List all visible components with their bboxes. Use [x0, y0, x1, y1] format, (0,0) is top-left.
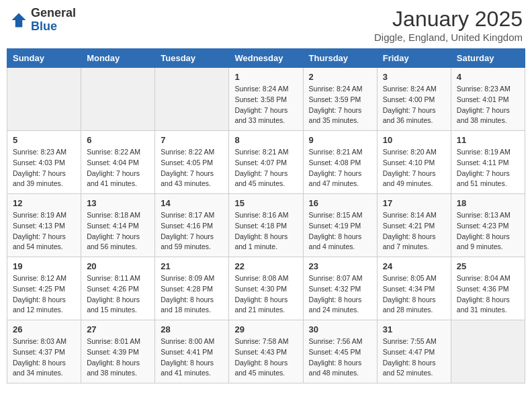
day-number: 30: [309, 324, 371, 334]
day-number: 21: [161, 261, 223, 271]
week-row-5: 26Sunrise: 8:03 AM Sunset: 4:37 PM Dayli…: [7, 320, 525, 383]
day-info: Sunrise: 8:12 AM Sunset: 4:25 PM Dayligh…: [13, 273, 75, 316]
calendar-cell: 29Sunrise: 7:58 AM Sunset: 4:43 PM Dayli…: [229, 320, 303, 383]
day-info: Sunrise: 8:01 AM Sunset: 4:39 PM Dayligh…: [87, 336, 149, 379]
day-number: 6: [87, 135, 149, 145]
day-info: Sunrise: 8:24 AM Sunset: 4:00 PM Dayligh…: [383, 84, 445, 126]
day-number: 3: [383, 72, 445, 82]
day-number: 23: [309, 261, 371, 271]
day-number: 29: [234, 324, 297, 334]
calendar-cell: 23Sunrise: 8:07 AM Sunset: 4:32 PM Dayli…: [303, 257, 377, 320]
calendar-cell: [451, 320, 525, 383]
day-info: Sunrise: 8:22 AM Sunset: 4:04 PM Dayligh…: [87, 147, 149, 189]
weekday-header-wednesday: Wednesday: [229, 49, 303, 68]
day-info: Sunrise: 8:21 AM Sunset: 4:07 PM Dayligh…: [234, 147, 297, 189]
calendar-cell: [155, 68, 229, 131]
calendar-cell: 14Sunrise: 8:17 AM Sunset: 4:16 PM Dayli…: [155, 194, 229, 257]
calendar-cell: 28Sunrise: 8:00 AM Sunset: 4:41 PM Dayli…: [155, 320, 229, 383]
calendar-cell: 26Sunrise: 8:03 AM Sunset: 4:37 PM Dayli…: [7, 320, 81, 383]
calendar-cell: 31Sunrise: 7:55 AM Sunset: 4:47 PM Dayli…: [377, 320, 451, 383]
day-number: 16: [309, 198, 371, 208]
title-block: January 2025 Diggle, England, United Kin…: [374, 7, 523, 43]
logo-blue: Blue: [31, 19, 57, 33]
day-info: Sunrise: 8:24 AM Sunset: 3:59 PM Dayligh…: [309, 84, 371, 126]
location: Diggle, England, United Kingdom: [374, 32, 523, 43]
day-number: 2: [309, 72, 371, 82]
day-number: 15: [234, 198, 297, 208]
calendar-cell: 4Sunrise: 8:23 AM Sunset: 4:01 PM Daylig…: [451, 68, 525, 131]
day-info: Sunrise: 8:03 AM Sunset: 4:37 PM Dayligh…: [13, 336, 75, 379]
weekday-header-sunday: Sunday: [7, 49, 81, 68]
day-info: Sunrise: 8:00 AM Sunset: 4:41 PM Dayligh…: [161, 336, 223, 379]
svg-marker-0: [12, 13, 26, 27]
logo-text: General Blue: [31, 7, 76, 34]
calendar-cell: 16Sunrise: 8:15 AM Sunset: 4:19 PM Dayli…: [303, 194, 377, 257]
weekday-header-monday: Monday: [81, 49, 155, 68]
calendar-cell: 10Sunrise: 8:20 AM Sunset: 4:10 PM Dayli…: [377, 131, 451, 194]
weekday-header-row: SundayMondayTuesdayWednesdayThursdayFrid…: [7, 49, 525, 68]
day-number: 28: [161, 324, 223, 334]
day-number: 24: [383, 261, 445, 271]
calendar-cell: 13Sunrise: 8:18 AM Sunset: 4:14 PM Dayli…: [81, 194, 155, 257]
day-number: 10: [383, 135, 445, 145]
calendar-cell: 24Sunrise: 8:05 AM Sunset: 4:34 PM Dayli…: [377, 257, 451, 320]
calendar-cell: 9Sunrise: 8:21 AM Sunset: 4:08 PM Daylig…: [303, 131, 377, 194]
calendar-cell: 20Sunrise: 8:11 AM Sunset: 4:26 PM Dayli…: [81, 257, 155, 320]
day-info: Sunrise: 8:21 AM Sunset: 4:08 PM Dayligh…: [309, 147, 371, 189]
day-info: Sunrise: 8:24 AM Sunset: 3:58 PM Dayligh…: [234, 84, 297, 126]
day-info: Sunrise: 7:58 AM Sunset: 4:43 PM Dayligh…: [234, 336, 297, 379]
week-row-4: 19Sunrise: 8:12 AM Sunset: 4:25 PM Dayli…: [7, 257, 525, 320]
calendar-cell: 5Sunrise: 8:23 AM Sunset: 4:03 PM Daylig…: [7, 131, 81, 194]
day-number: 19: [13, 261, 75, 271]
calendar-cell: 6Sunrise: 8:22 AM Sunset: 4:04 PM Daylig…: [81, 131, 155, 194]
day-info: Sunrise: 8:07 AM Sunset: 4:32 PM Dayligh…: [309, 273, 371, 316]
day-number: 31: [383, 324, 445, 334]
day-info: Sunrise: 8:13 AM Sunset: 4:23 PM Dayligh…: [457, 210, 519, 253]
week-row-3: 12Sunrise: 8:19 AM Sunset: 4:13 PM Dayli…: [7, 194, 525, 257]
calendar-cell: 3Sunrise: 8:24 AM Sunset: 4:00 PM Daylig…: [377, 68, 451, 131]
day-info: Sunrise: 8:05 AM Sunset: 4:34 PM Dayligh…: [383, 273, 445, 316]
day-info: Sunrise: 7:55 AM Sunset: 4:47 PM Dayligh…: [383, 336, 445, 379]
logo-general: General: [31, 6, 76, 19]
calendar-cell: 2Sunrise: 8:24 AM Sunset: 3:59 PM Daylig…: [303, 68, 377, 131]
weekday-header-thursday: Thursday: [303, 49, 377, 68]
day-number: 27: [87, 324, 149, 334]
day-number: 9: [309, 135, 371, 145]
day-number: 12: [13, 198, 75, 208]
day-info: Sunrise: 8:04 AM Sunset: 4:36 PM Dayligh…: [457, 273, 519, 316]
day-number: 22: [234, 261, 297, 271]
weekday-header-friday: Friday: [377, 49, 451, 68]
day-info: Sunrise: 7:56 AM Sunset: 4:45 PM Dayligh…: [309, 336, 371, 379]
calendar-cell: 11Sunrise: 8:19 AM Sunset: 4:11 PM Dayli…: [451, 131, 525, 194]
day-info: Sunrise: 8:11 AM Sunset: 4:26 PM Dayligh…: [87, 273, 149, 316]
month-title: January 2025: [374, 7, 523, 32]
day-number: 11: [457, 135, 519, 145]
weekday-header-saturday: Saturday: [451, 49, 525, 68]
day-info: Sunrise: 8:23 AM Sunset: 4:03 PM Dayligh…: [13, 147, 75, 189]
calendar-cell: 19Sunrise: 8:12 AM Sunset: 4:25 PM Dayli…: [7, 257, 81, 320]
day-info: Sunrise: 8:18 AM Sunset: 4:14 PM Dayligh…: [87, 210, 149, 253]
day-info: Sunrise: 8:19 AM Sunset: 4:11 PM Dayligh…: [457, 147, 519, 189]
week-row-1: 1Sunrise: 8:24 AM Sunset: 3:58 PM Daylig…: [7, 68, 525, 131]
day-info: Sunrise: 8:16 AM Sunset: 4:18 PM Dayligh…: [234, 210, 297, 253]
day-info: Sunrise: 8:23 AM Sunset: 4:01 PM Dayligh…: [457, 84, 519, 126]
day-number: 5: [13, 135, 75, 145]
calendar-cell: 15Sunrise: 8:16 AM Sunset: 4:18 PM Dayli…: [229, 194, 303, 257]
day-number: 4: [457, 72, 519, 82]
day-number: 13: [87, 198, 149, 208]
calendar-cell: 8Sunrise: 8:21 AM Sunset: 4:07 PM Daylig…: [229, 131, 303, 194]
day-number: 18: [457, 198, 519, 208]
day-info: Sunrise: 8:14 AM Sunset: 4:21 PM Dayligh…: [383, 210, 445, 253]
calendar-cell: 1Sunrise: 8:24 AM Sunset: 3:58 PM Daylig…: [229, 68, 303, 131]
page-header: General Blue January 2025 Diggle, Englan…: [7, 7, 525, 43]
day-info: Sunrise: 8:20 AM Sunset: 4:10 PM Dayligh…: [383, 147, 445, 189]
calendar-cell: 18Sunrise: 8:13 AM Sunset: 4:23 PM Dayli…: [451, 194, 525, 257]
calendar-cell: 17Sunrise: 8:14 AM Sunset: 4:21 PM Dayli…: [377, 194, 451, 257]
calendar-cell: [81, 68, 155, 131]
day-number: 1: [234, 72, 297, 82]
calendar-table: SundayMondayTuesdayWednesdayThursdayFrid…: [7, 48, 525, 383]
day-info: Sunrise: 8:15 AM Sunset: 4:19 PM Dayligh…: [309, 210, 371, 253]
day-info: Sunrise: 8:19 AM Sunset: 4:13 PM Dayligh…: [13, 210, 75, 253]
weekday-header-tuesday: Tuesday: [155, 49, 229, 68]
day-info: Sunrise: 8:09 AM Sunset: 4:28 PM Dayligh…: [161, 273, 223, 316]
